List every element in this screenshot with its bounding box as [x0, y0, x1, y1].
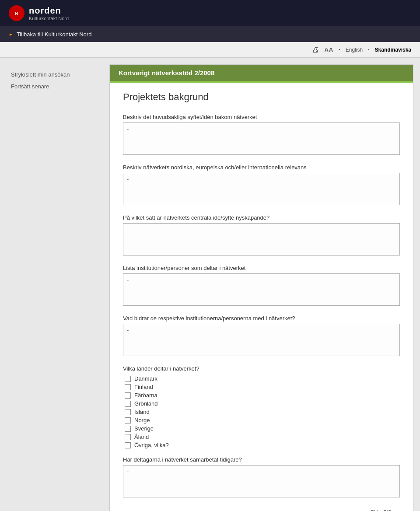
checkbox-gl-label[interactable]: Grönland: [134, 400, 158, 407]
checkbox-no[interactable]: [125, 417, 131, 424]
field-label-6: Har deltagarna i nätverket samarbetat ti…: [123, 456, 400, 463]
field-label-2: Beskriv nätverkets nordiska, europeiska …: [123, 164, 400, 171]
checkbox-dk[interactable]: [125, 376, 131, 382]
checkbox-no-label[interactable]: Norge: [134, 417, 150, 424]
checkbox-item-no[interactable]: Norge: [123, 417, 400, 424]
field-group-2: Beskriv nätverkets nordiska, europeiska …: [123, 164, 400, 206]
form-header-title: Kortvarigt nätverksstöd 2/2008: [119, 69, 214, 77]
font-size-control[interactable]: AA: [324, 46, 333, 53]
page-number: Sida 2/6: [370, 509, 391, 511]
field-textarea-3[interactable]: -: [123, 223, 400, 256]
page-indicator: Sida 2/6: [123, 507, 400, 511]
field-textarea-5[interactable]: -: [123, 324, 400, 356]
print-icon[interactable]: 🖨: [312, 46, 319, 54]
logo-area: N norden Kulturkontakt Nord: [9, 5, 69, 21]
checkbox-ov-label[interactable]: Övriga, vilka?: [134, 442, 169, 448]
checkbox-se-label[interactable]: Sverige: [134, 425, 154, 432]
field-label-1: Beskriv det huvudsakliga syftet/idén bak…: [123, 114, 400, 120]
checkbox-dk-label[interactable]: Danmark: [134, 375, 158, 382]
stryk-link[interactable]: Stryk/slett min ansökan: [11, 71, 70, 78]
field-textarea-1[interactable]: -: [123, 122, 400, 155]
sidebar: Stryk/slett min ansökan Fortsätt senare: [7, 64, 103, 511]
nav-bar: ► Tillbaka till Kulturkontakt Nord: [0, 26, 420, 42]
logo-text-block: norden Kulturkontakt Nord: [29, 6, 69, 21]
field-group-1: Beskriv det huvudsakliga syftet/idén bak…: [123, 114, 400, 156]
checkbox-ov[interactable]: [125, 442, 131, 448]
checkbox-group-countries: Vilka länder deltar i nätverket? Danmark…: [123, 365, 400, 448]
section-title: Projektets bakgrund: [123, 91, 400, 105]
checkbox-gl[interactable]: [125, 401, 131, 407]
field-group-4: Lista institutioner/personer som deltar …: [123, 265, 400, 307]
checkbox-fo-label[interactable]: Färöarna: [134, 392, 158, 399]
top-header: N norden Kulturkontakt Nord: [0, 0, 420, 26]
back-link[interactable]: ► Tillbaka till Kulturkontakt Nord: [9, 31, 91, 38]
nav-arrow-icon: ►: [9, 32, 13, 37]
field-group-6: Har deltagarna i nätverket samarbetat ti…: [123, 456, 400, 499]
form-body: Projektets bakgrund Beskriv det huvudsak…: [110, 83, 413, 511]
checkbox-item-gl[interactable]: Grönland: [123, 400, 400, 407]
checkbox-se[interactable]: [125, 426, 131, 432]
toolbar: 🖨 AA • English • Skandinaviska: [0, 42, 420, 58]
lang-separator-2: •: [368, 47, 370, 52]
checkbox-is[interactable]: [125, 409, 131, 415]
sidebar-menu: Stryk/slett min ansökan Fortsätt senare: [7, 64, 103, 97]
lang-english[interactable]: English: [346, 47, 363, 53]
checkbox-item-ax[interactable]: Åland: [123, 434, 400, 440]
field-textarea-4[interactable]: -: [123, 273, 400, 306]
back-link-label: Tillbaka till Kulturkontakt Nord: [17, 31, 91, 38]
content-area: Kortvarigt nätverksstöd 2/2008 Projektet…: [109, 64, 413, 511]
field-label-5: Vad bidrar de respektive institutionerna…: [123, 315, 400, 322]
field-label-4: Lista institutioner/personer som deltar …: [123, 265, 400, 271]
checkbox-item-ov[interactable]: Övriga, vilka?: [123, 442, 400, 448]
logo-icon: N: [9, 5, 24, 21]
sidebar-item-fortsatt[interactable]: Fortsätt senare: [7, 80, 103, 92]
checkbox-is-label[interactable]: Island: [134, 409, 150, 415]
field-label-3: På vilket sätt är nätverkets centrala id…: [123, 214, 400, 221]
field-textarea-6[interactable]: -: [123, 465, 400, 497]
form-header: Kortvarigt nätverksstöd 2/2008: [110, 65, 413, 81]
checkbox-item-se[interactable]: Sverige: [123, 425, 400, 432]
checkbox-fo[interactable]: [125, 392, 131, 399]
svg-text:N: N: [15, 11, 18, 16]
checkbox-ax-label[interactable]: Åland: [134, 434, 149, 440]
checkbox-fi[interactable]: [125, 384, 131, 390]
logo-subtitle: Kulturkontakt Nord: [29, 16, 69, 21]
checkbox-group-label: Vilka länder deltar i nätverket?: [123, 365, 400, 372]
field-group-3: På vilket sätt är nätverkets centrala id…: [123, 214, 400, 257]
fortsatt-link[interactable]: Fortsätt senare: [11, 83, 49, 90]
checkbox-item-dk[interactable]: Danmark: [123, 375, 400, 382]
logo-title: norden: [29, 6, 69, 16]
field-textarea-2[interactable]: -: [123, 173, 400, 205]
checkbox-item-fo[interactable]: Färöarna: [123, 392, 400, 399]
checkbox-ax[interactable]: [125, 434, 131, 440]
lang-skandinaviska[interactable]: Skandinaviska: [375, 47, 411, 53]
checkbox-fi-label[interactable]: Finland: [134, 384, 153, 390]
checkbox-item-is[interactable]: Island: [123, 409, 400, 415]
field-group-5: Vad bidrar de respektive institutionerna…: [123, 315, 400, 357]
checkbox-item-fi[interactable]: Finland: [123, 384, 400, 390]
sidebar-item-stryk[interactable]: Stryk/slett min ansökan: [7, 69, 103, 80]
main-layout: Stryk/slett min ansökan Fortsätt senare …: [0, 58, 420, 511]
lang-separator-1: •: [339, 47, 340, 52]
